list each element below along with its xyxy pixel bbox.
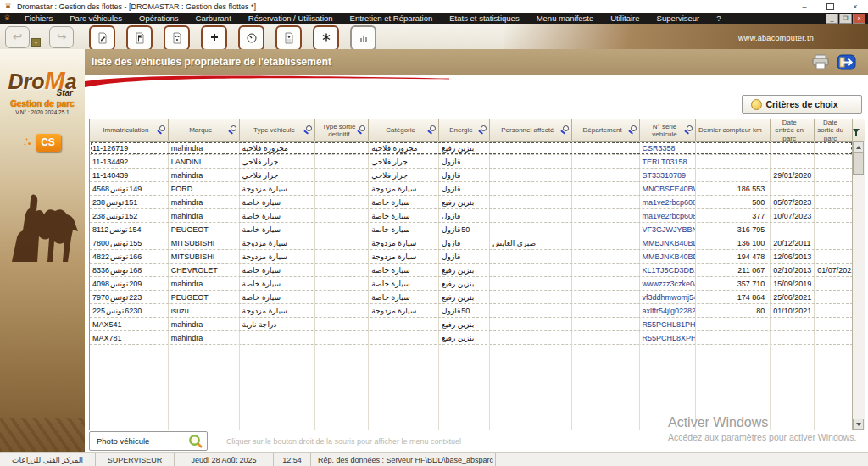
vertical-scrollbar[interactable] bbox=[852, 141, 865, 430]
menu-app-icon bbox=[3, 14, 11, 22]
menu-item-2[interactable]: Opérations bbox=[131, 13, 186, 24]
search-icon[interactable] bbox=[560, 125, 570, 135]
column-label: Dernier compteur km bbox=[698, 126, 762, 134]
menu-item-10[interactable]: ? bbox=[708, 13, 729, 24]
cell: 7970تونس223 bbox=[90, 291, 169, 303]
items-document-icon[interactable] bbox=[164, 25, 190, 51]
table-row[interactable]: 4568تونس149FORDسيارة مزدوجةسيارة مزدوجةق… bbox=[90, 182, 853, 196]
cell: قازول bbox=[439, 236, 490, 249]
search-icon[interactable] bbox=[684, 125, 693, 135]
table-row[interactable]: 238تونس152mahindraسيارة خاصةسيارة خاصةقا… bbox=[90, 209, 853, 223]
table-row[interactable]: MAX541mahindraدراجة ناريةبنزين رفيعR55PC… bbox=[90, 318, 853, 331]
cell: قازول bbox=[439, 182, 490, 195]
menu-item-7[interactable]: Menu manifeste bbox=[528, 13, 603, 24]
cell: 15/09/2019 bbox=[771, 277, 815, 290]
cell: MITSUBISHI bbox=[169, 236, 240, 249]
cell: PEUGEOT bbox=[169, 223, 240, 236]
menu-item-6[interactable]: Etats et statistiques bbox=[441, 13, 527, 24]
cell: MMBJNKB40BD0 bbox=[640, 250, 697, 263]
asterisk-icon[interactable] bbox=[313, 25, 339, 51]
statistics-icon[interactable] bbox=[350, 25, 376, 51]
cell: mahindra bbox=[169, 169, 240, 181]
criteria-button[interactable]: Critères de choix bbox=[742, 95, 862, 114]
scroll-down-icon[interactable] bbox=[853, 419, 864, 430]
menu-item-5[interactable]: Entretien et Réparation bbox=[342, 13, 442, 24]
mdi-minimize-button[interactable]: _ bbox=[826, 14, 838, 24]
photo-vehicle-button[interactable]: Photo véhicule bbox=[89, 431, 208, 451]
gauge-icon[interactable] bbox=[238, 25, 264, 51]
search-icon[interactable] bbox=[427, 125, 437, 135]
cell bbox=[572, 291, 640, 303]
column-header-8[interactable]: N° serie vehicule bbox=[640, 119, 697, 141]
close-button[interactable]: × bbox=[843, 0, 868, 13]
search-icon[interactable] bbox=[628, 125, 637, 135]
mdi-restore-button[interactable]: ❐ bbox=[839, 14, 852, 24]
maximize-button[interactable] bbox=[817, 0, 843, 13]
search-icon[interactable] bbox=[357, 125, 366, 135]
table-row[interactable]: 8112تونس154PEUGEOTسيارة خاصةسيارة خاصةقا… bbox=[90, 223, 853, 236]
cell bbox=[696, 318, 771, 330]
cell: سيارة خاصة bbox=[369, 196, 439, 208]
search-icon[interactable] bbox=[228, 125, 237, 135]
column-header-4[interactable]: Catégorie bbox=[369, 119, 439, 141]
add-icon[interactable] bbox=[201, 25, 227, 51]
forward-icon[interactable]: ↪ bbox=[49, 26, 74, 48]
search-icon[interactable] bbox=[157, 125, 166, 135]
minimize-button[interactable]: – bbox=[792, 0, 817, 13]
cell: بنزين رفيع bbox=[439, 196, 490, 208]
table-row[interactable]: 225تونس6230isuzuسيارة مزدوجةسيارة مزدوجة… bbox=[90, 304, 853, 318]
column-header-10[interactable]: Date entrée en parc bbox=[771, 119, 815, 141]
table-row[interactable]: 7800تونس155MITSUBISHIسيارة مزدوجةسيارة م… bbox=[90, 236, 853, 250]
flag-document-icon[interactable] bbox=[126, 25, 153, 51]
cell: بنزين رفيع bbox=[439, 141, 490, 154]
filter-header[interactable] bbox=[853, 119, 865, 141]
status-user: SUPERVISEUR bbox=[96, 453, 175, 466]
cell: بنزين رفيع bbox=[439, 291, 490, 303]
cell bbox=[315, 196, 369, 208]
scrollbar-thumb[interactable] bbox=[853, 153, 864, 175]
edit-document-icon[interactable] bbox=[89, 25, 115, 51]
cell: mahindra bbox=[169, 318, 240, 330]
table-row[interactable]: 7970تونس223PEUGEOTسيارة خاصةسيارة خاصةبن… bbox=[90, 291, 853, 304]
cell bbox=[315, 209, 369, 222]
scroll-up-icon[interactable] bbox=[853, 141, 864, 153]
cell bbox=[815, 250, 853, 263]
table-row[interactable]: 4822تونس166MITSUBISHIسيارة مزدوجةسيارة م… bbox=[90, 250, 853, 264]
criteria-dot-icon bbox=[751, 99, 762, 110]
column-header-7[interactable]: Département bbox=[572, 119, 640, 141]
back-icon[interactable]: ↩ bbox=[5, 26, 30, 48]
note-document-icon[interactable] bbox=[275, 25, 302, 51]
table-row[interactable]: 8336تونس168CHEVROLETسيارة خاصةسيارة خاصة… bbox=[90, 264, 853, 277]
column-header-1[interactable]: Marque bbox=[169, 119, 240, 141]
photo-row: Photo véhicule Cliquer sur le bouton dro… bbox=[89, 431, 461, 451]
column-header-2[interactable]: Type véhicule bbox=[240, 119, 316, 141]
menu-item-0[interactable]: Fichiers bbox=[16, 13, 61, 24]
menu-item-4[interactable]: Réservation / Utilisation bbox=[240, 13, 342, 24]
column-header-0[interactable]: Immatriculation bbox=[90, 119, 169, 141]
menu-item-9[interactable]: Superviseur bbox=[648, 13, 709, 24]
table-row[interactable]: 11-140439mahindraجرار فلاحيجرار فلاحيقاز… bbox=[90, 169, 853, 182]
column-header-3[interactable]: Type sortie definitif bbox=[315, 119, 369, 141]
table-row[interactable]: 11-126719mahindraمجرورة فلاحيةمجرورة فلا… bbox=[90, 141, 853, 155]
exit-icon[interactable] bbox=[837, 54, 856, 70]
print-icon[interactable] bbox=[811, 54, 830, 69]
menu-item-3[interactable]: Carburant bbox=[187, 13, 240, 24]
cell: MMBJNKB40BD0 bbox=[640, 236, 697, 249]
table-row[interactable]: 238تونس151mahindraسيارة خاصةسيارة خاصةبن… bbox=[90, 196, 853, 209]
cell bbox=[315, 155, 369, 168]
column-header-6[interactable]: Personnel affecté bbox=[490, 119, 572, 141]
menu-item-1[interactable]: Parc véhicules bbox=[61, 13, 131, 24]
menu-item-8[interactable]: Utilitaire bbox=[602, 13, 648, 24]
search-icon[interactable] bbox=[478, 125, 487, 135]
column-header-11[interactable]: Date sortie du parc bbox=[815, 119, 853, 141]
table-row[interactable]: 4098تونس209mahindraسيارة خاصةسيارة خاصةب… bbox=[90, 277, 853, 291]
search-icon[interactable] bbox=[303, 125, 313, 135]
column-header-9[interactable]: Dernier compteur km bbox=[696, 119, 771, 141]
table-row[interactable]: 11-134492LANDINIجرار فلاحيجرار فلاحيقازو… bbox=[90, 155, 853, 169]
mdi-close-button[interactable]: x bbox=[853, 14, 865, 24]
column-label: Type sortie definitif bbox=[317, 123, 360, 138]
cell bbox=[315, 169, 369, 181]
column-header-5[interactable]: Energie bbox=[439, 119, 490, 141]
back-options-icon[interactable]: ▼ bbox=[31, 38, 41, 47]
cell: 05/07/2023 bbox=[771, 196, 815, 208]
